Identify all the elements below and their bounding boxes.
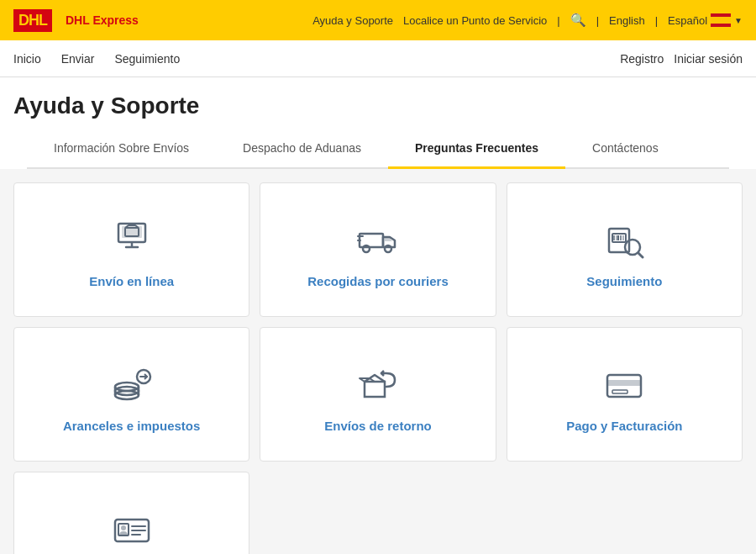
chevron-down-icon: ▼ [734,16,743,25]
top-header: DHL DHL Express Ayuda y Soporte Localice… [0,0,756,40]
card-seguimiento-label: Seguimiento [586,274,662,288]
card-seguimiento[interactable]: Seguimiento [507,182,743,317]
page-title: Ayuda y Soporte [13,92,743,119]
help-support-link[interactable]: Ayuda y Soporte [312,14,393,27]
nav-right: Registro Iniciar sesión [620,52,743,66]
dhl-logo-text: DHL [13,9,52,32]
card-envio-linea-label: Envío en línea [89,274,174,288]
nav-seguimiento[interactable]: Seguimiento [114,52,180,66]
card-aranceles-impuestos-label: Aranceles e impuestos [63,419,200,433]
tab-despacho-aduanas[interactable]: Despacho de Aduanas [216,129,388,169]
nav-inicio[interactable]: Inicio [13,52,41,66]
nav-enviar[interactable]: Enviar [61,52,95,66]
svg-point-33 [121,525,126,530]
box-return-icon [356,363,400,407]
spanish-link[interactable]: Español [668,14,707,27]
main-content: Envío en línea Recogidas por couriers [0,169,756,554]
tabs-container: Información Sobre Envíos Despacho de Adu… [27,129,729,169]
card-proteccion-cuentas[interactable]: Protección de cuentas [13,472,249,554]
card-envios-retorno-label: Envíos de retorno [324,419,432,433]
language-selector[interactable]: Español ▼ [668,13,743,27]
money-coins-icon [110,363,154,407]
separator-1: | [557,14,559,27]
spain-flag-icon [711,13,731,27]
svg-point-9 [385,245,391,252]
top-header-right: Ayuda y Soporte Localice un Punto de Ser… [312,13,743,28]
credit-card-icon [602,363,646,407]
card-recogidas-couriers[interactable]: Recogidas por couriers [260,182,496,317]
card-pago-facturacion-label: Pago y Facturación [566,419,682,433]
english-link[interactable]: English [609,14,645,27]
card-grid: Envío en línea Recogidas por couriers [13,182,743,554]
main-nav: Inicio Enviar Seguimiento [13,52,180,66]
tracking-icon [602,219,646,262]
dhl-logo: DHL [13,9,52,32]
card-envio-linea[interactable]: Envío en línea [13,182,249,317]
card-aranceles-impuestos[interactable]: Aranceles e impuestos [13,327,249,462]
tab-info-envios[interactable]: Información Sobre Envíos [27,129,216,169]
svg-point-8 [363,245,370,252]
tab-preguntas-frecuentes[interactable]: Preguntas Frecuentes [388,129,565,169]
card-envios-retorno[interactable]: Envíos de retorno [260,327,496,462]
computer-box-icon [110,219,154,262]
iniciar-sesion-link[interactable]: Iniciar sesión [674,52,743,66]
card-recogidas-couriers-label: Recogidas por couriers [307,274,449,288]
registro-link[interactable]: Registro [620,52,664,66]
truck-icon [356,219,400,262]
separator-3: | [655,14,658,27]
id-card-icon [110,508,154,551]
nav-header: Inicio Enviar Seguimiento Registro Inici… [0,40,756,77]
svg-line-15 [638,253,643,257]
svg-rect-30 [612,390,627,393]
logo-area: DHL DHL Express [13,9,139,32]
page-title-area: Ayuda y Soporte [0,77,756,129]
dhl-express-label: DHL Express [66,13,139,27]
svg-rect-1 [711,17,731,24]
card-pago-facturacion[interactable]: Pago y Facturación [507,327,743,462]
search-icon[interactable]: 🔍 [570,13,586,28]
tab-contactenos[interactable]: Contáctenos [565,129,685,169]
separator-2: | [596,14,599,27]
locate-service-link[interactable]: Localice un Punto de Servicio [403,14,547,27]
svg-rect-29 [607,380,641,386]
